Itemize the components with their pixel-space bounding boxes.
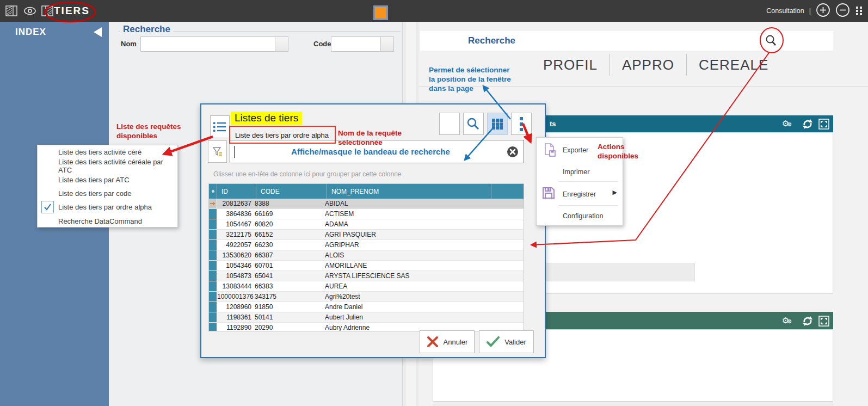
tab-profil[interactable]: PROFIL: [543, 57, 598, 73]
grid-col-nom[interactable]: NOM_PRENOM: [327, 184, 491, 199]
query-menu-item[interactable]: Liste des tiers activité céré: [38, 145, 177, 159]
profile-tabs: PROFIL APPRO CEREALE: [543, 53, 768, 77]
eye-icon[interactable]: [23, 6, 37, 18]
orange-square-button[interactable]: [373, 5, 388, 20]
table-row[interactable]: 119836150141Aubert Julien: [209, 312, 524, 323]
menu-item-enregistrer[interactable]: Enregistrer: [563, 190, 596, 198]
right-search-bar[interactable]: Recherche: [420, 31, 833, 51]
right-search-label: Recherche: [426, 31, 515, 51]
code-input[interactable]: [331, 37, 380, 51]
window-alt-icon[interactable]: [41, 5, 53, 19]
save-icon: [542, 187, 555, 201]
cancel-button[interactable]: Annuler: [420, 330, 475, 353]
query-menu-item[interactable]: Liste des tiers par code: [38, 187, 177, 200]
selected-query-name: Liste des tiers par ordre alpha: [235, 131, 329, 139]
top-bar: TIERS Consultation |: [0, 0, 868, 22]
menu-separator: [558, 181, 618, 182]
code-lookup-button[interactable]: [380, 37, 393, 51]
menu-item-configuration[interactable]: Configuration: [563, 212, 603, 220]
checked-icon: [41, 201, 54, 213]
tiers-grid[interactable]: ID CODE NOM_PRENOM 208126378388ABIDAL 38…: [208, 183, 524, 331]
annotation-available-queries: Liste des requêtes disponibles: [116, 122, 181, 140]
app-window: TIERS Consultation | INDEX Recherche Nom: [0, 0, 868, 406]
table-row[interactable]: 1353062066387ALOIS: [209, 250, 524, 261]
table-row[interactable]: 386483666169ACTISEM: [209, 209, 524, 219]
export-icon: [544, 143, 557, 159]
left-search-title: Recherche: [120, 24, 174, 35]
clear-search-icon[interactable]: [507, 146, 519, 158]
menu-separator: [558, 205, 618, 206]
table-row[interactable]: 321217566152AGRI PASQUIER: [209, 230, 524, 240]
table-row[interactable]: 105446760820ADAMA: [209, 219, 524, 230]
section1-expand-icon[interactable]: [818, 119, 829, 132]
query-menu: Liste des tiers activité céré Liste des …: [37, 145, 178, 227]
section1-refresh-icon[interactable]: [802, 118, 814, 132]
query-menu-item[interactable]: Recherche DataCommand: [38, 214, 177, 227]
nom-field[interactable]: [140, 36, 288, 52]
right-search-input[interactable]: [524, 33, 758, 48]
submenu-arrow-icon: ▶: [613, 189, 617, 196]
menu-item-imprimer[interactable]: Imprimer: [563, 168, 589, 176]
code-field[interactable]: [331, 36, 394, 52]
nom-input[interactable]: [141, 37, 275, 51]
section1-settings-icon[interactable]: ⚙⚙: [782, 119, 792, 128]
tab-appro[interactable]: APPRO: [622, 57, 674, 73]
code-label: Code: [313, 40, 331, 48]
zoom-in-button[interactable]: [816, 3, 830, 19]
annotation-actions: Actions disponibles: [598, 142, 638, 161]
annotation-query-name: Nom de la requête sélectionnée: [338, 128, 402, 147]
tab-separator: [610, 54, 610, 76]
table-row[interactable]: 119289020290Aubry Adrienne: [209, 323, 524, 331]
filter-button[interactable]: [208, 140, 227, 163]
cancel-x-icon: [427, 336, 439, 348]
table-row[interactable]: 105487365041ARYSTA LIFESCIENCE SAS: [209, 271, 524, 281]
table-row[interactable]: 1308344466383AUREA: [209, 281, 524, 292]
query-menu-item[interactable]: Liste des tiers par ATC: [38, 173, 177, 187]
grid-col-id[interactable]: ID: [217, 184, 256, 199]
section2-refresh-icon[interactable]: [802, 315, 814, 329]
nom-label: Nom: [121, 40, 137, 48]
section2-settings-icon[interactable]: ⚙⚙: [782, 316, 792, 325]
topbar-right-cluster: Consultation |: [766, 0, 864, 22]
apps-grid-icon[interactable]: [855, 5, 864, 17]
query-menu-item[interactable]: Liste des tiers activité céréale par ATC: [38, 159, 177, 173]
blank-button[interactable]: [439, 113, 460, 135]
group-by-hint: Glisser une en-tête de colonne ici pour …: [213, 170, 402, 178]
validate-check-icon: [487, 336, 500, 347]
window-icon[interactable]: [5, 5, 17, 19]
section1-title: ts: [550, 120, 556, 128]
mode-separator: |: [809, 7, 811, 15]
dialog-title: Listes de tiers: [231, 112, 302, 125]
grid-selector-header: [209, 184, 217, 199]
search-toggle-button[interactable]: [463, 113, 484, 135]
table-row[interactable]: 105434660701AMORILLANE: [209, 261, 524, 271]
zoom-out-button[interactable]: [835, 3, 850, 19]
window-position-button[interactable]: [487, 113, 508, 135]
section2-scrollbar[interactable]: [433, 402, 833, 406]
table-row-selected[interactable]: 208126378388ABIDAL: [209, 199, 524, 209]
right-search-icon[interactable]: [764, 34, 778, 50]
tab-cereale[interactable]: CEREALE: [699, 57, 768, 73]
annotation-search-band: Affiche/masque le bandeau de recherche: [235, 147, 507, 156]
section2-expand-icon[interactable]: [818, 316, 829, 329]
actions-kebab-button[interactable]: [511, 113, 532, 135]
table-row[interactable]: 120896091850Andre Daniel: [209, 302, 524, 312]
nom-lookup-button[interactable]: [275, 37, 288, 51]
row-selector: [209, 199, 217, 208]
validate-button[interactable]: Valider: [479, 330, 534, 353]
table-row[interactable]: 1000001376343175Agri%20test: [209, 292, 524, 302]
tab-separator: [686, 54, 687, 76]
collapse-sidebar-icon[interactable]: [94, 27, 102, 37]
sidebar-title: INDEX: [15, 27, 46, 38]
table-row[interactable]: 492205766230AGRIPHAR: [209, 240, 524, 250]
grid-header-row: ID CODE NOM_PRENOM: [209, 184, 524, 199]
mode-label: Consultation: [766, 7, 804, 15]
menu-item-exporter[interactable]: Exporter: [563, 146, 588, 154]
grid-col-code[interactable]: CODE: [256, 184, 327, 199]
annotation-window-position: Permet de sélectionner la position de la…: [429, 65, 511, 93]
app-title: TIERS: [54, 0, 90, 22]
query-list-button[interactable]: [210, 115, 230, 138]
query-menu-item-selected[interactable]: Liste des tiers par ordre alpha: [38, 200, 177, 214]
